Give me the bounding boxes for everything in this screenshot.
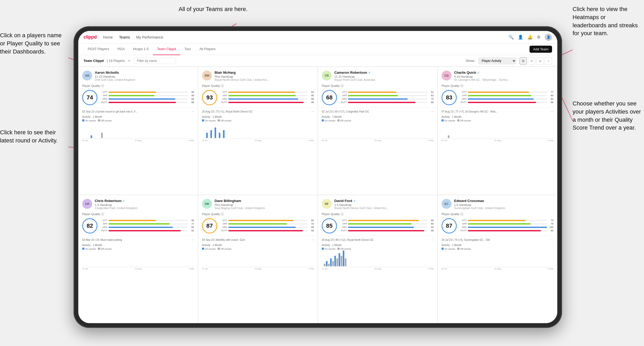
- player-name[interactable]: Cameron Robertson ✓: [334, 71, 434, 74]
- last-round[interactable]: 26 Aug 23 | 73 (+1), Royal North Devon G…: [202, 107, 314, 113]
- last-round-text: 02 Jul 23 | 59 (+17), Craigmillar Park G…: [322, 110, 430, 113]
- arrow-icon: →: [191, 110, 194, 113]
- quality-bars: OTT 77 APP 80 ARG 83 PUTT 8: [459, 91, 553, 104]
- activity-label: Activity · 1 Month: [442, 115, 553, 118]
- tab-tour[interactable]: Tour: [180, 44, 195, 55]
- player-handicap: Plus Handicap: [215, 203, 314, 206]
- player-card[interactable]: AN Aaron Nicholls 11-15 Handicap Drift G…: [79, 67, 198, 195]
- player-handicap: 11-15 Handicap: [334, 75, 434, 78]
- notification-icon[interactable]: 🔔: [527, 35, 533, 40]
- activity-label: Activity · 1 Month: [442, 244, 553, 247]
- settings-icon[interactable]: ⚙: [537, 35, 541, 40]
- search-icon[interactable]: 🔍: [508, 35, 514, 40]
- quality-score[interactable]: 74: [82, 90, 97, 105]
- player-name[interactable]: Edward Crossman: [454, 199, 553, 203]
- tab-team-clippd[interactable]: Team Clippd: [153, 44, 180, 55]
- player-name[interactable]: Chris Robertson ✓: [95, 199, 194, 203]
- quality-label[interactable]: Player Quality ⓘ: [82, 212, 194, 216]
- tab-all-players[interactable]: All Players: [195, 44, 220, 55]
- arrow-icon: →: [191, 238, 194, 242]
- player-card[interactable]: DF David Ford ✓ 1-5 Handicap Royal North…: [318, 195, 437, 323]
- player-avatar: BM: [202, 71, 212, 81]
- last-round[interactable]: 04 Sep 23 | Mobility with coach, Gym →: [202, 236, 314, 242]
- list-view-button[interactable]: ≡: [528, 57, 535, 65]
- player-card[interactable]: CR Chris Robertson ✓ 1-5 Handicap Craigm…: [79, 195, 198, 323]
- stat-bar-row: ARG 83: [459, 98, 553, 100]
- last-round[interactable]: 02 Sep 23 | Sunset round to get back int…: [82, 107, 194, 113]
- quality-score[interactable]: 68: [322, 90, 337, 105]
- last-round[interactable]: 19 Jul 23 | 74 (+4), Sunningdale GC - Ol…: [442, 236, 553, 242]
- player-card[interactable]: CQ Charlie Quick ✓ 6-10 Handicap St. Geo…: [438, 67, 557, 195]
- activity-label: Activity · 1 Month: [82, 244, 194, 247]
- show-select[interactable]: Player Activity Quality Score Trend: [478, 57, 516, 64]
- nav-teams[interactable]: Teams: [119, 34, 130, 40]
- quality-score[interactable]: 85: [322, 218, 337, 233]
- activity-legend: On course Off course: [442, 248, 553, 250]
- last-round[interactable]: 03 Mar 23 | 19, Must make putting →: [82, 236, 194, 242]
- add-team-button[interactable]: Add Team: [529, 46, 552, 53]
- annotation-activity: Choose whether you see your players Acti…: [573, 100, 644, 132]
- player-name[interactable]: Dave Billingham: [215, 199, 314, 203]
- quality-bars: OTT 61 APP 63 ARG 75 PUTT 8: [340, 91, 434, 104]
- view-icons: ⊞ ≡ ⊿ ↕: [520, 57, 552, 65]
- nav-performance[interactable]: My Performance: [136, 34, 163, 40]
- team-name: Team Clippd: [84, 59, 104, 63]
- stat-bar-row: APP 77: [100, 222, 194, 225]
- player-card[interactable]: CR Cameron Robertson ✓ 11-15 Handicap Ro…: [318, 67, 437, 195]
- chart-dates: 31 Jul21 Aug4 Sep: [442, 139, 553, 142]
- quality-label[interactable]: Player Quality ⓘ: [322, 84, 434, 88]
- activity-section: Activity · 1 Month On course Off course …: [202, 115, 314, 142]
- quality-bars: OTT 84 APP 85 ARG 88 PUTT 9: [220, 91, 314, 104]
- activity-chart: [202, 123, 314, 139]
- tab-pga[interactable]: PGA: [113, 44, 129, 55]
- stat-bar-row: OTT 89: [340, 219, 434, 222]
- quality-score[interactable]: 82: [82, 218, 97, 233]
- chart-dates: 31 Jul21 Aug4 Sep: [82, 139, 194, 142]
- edit-icon[interactable]: ✏: [128, 59, 131, 63]
- chart-dates: 31 Jul21 Aug4 Sep: [82, 268, 194, 270]
- filter-input[interactable]: [134, 58, 176, 64]
- quality-score[interactable]: 83: [442, 90, 457, 105]
- last-round[interactable]: 07 Aug 23 | 77 (+7), St George's Hill GC…: [442, 107, 553, 113]
- quality-label[interactable]: Player Quality ⓘ: [442, 212, 553, 216]
- stat-bar-row: PUTT 85: [100, 101, 194, 104]
- player-name[interactable]: Charlie Quick ✓: [454, 71, 553, 74]
- player-card[interactable]: DB Dave Billingham Plus Handicap Sog Mag…: [198, 195, 318, 323]
- activity-section: Activity · 1 Month On course Off course …: [442, 244, 553, 270]
- arrow-icon: →: [550, 110, 553, 113]
- player-name[interactable]: Aaron Nicholls: [95, 71, 194, 74]
- stat-bar-row: OTT 61: [340, 91, 434, 93]
- last-round[interactable]: 26 Aug 23 | 84 (+12), Royal North Devon …: [322, 236, 434, 242]
- filter-view-button[interactable]: ⊿: [536, 57, 544, 65]
- player-club: Drift Golf Club, United Kingdom: [95, 78, 194, 81]
- quality-score[interactable]: 87: [442, 218, 457, 233]
- activity-legend: On course Off course: [442, 119, 553, 122]
- quality-score[interactable]: 93: [202, 90, 217, 105]
- stat-bar-row: PUTT 96: [340, 229, 434, 232]
- last-round-text: 02 Sep 23 | Sunset round to get back int…: [82, 110, 191, 113]
- quality-label[interactable]: Player Quality ⓘ: [82, 84, 194, 88]
- quality-label[interactable]: Player Quality ⓘ: [322, 212, 434, 216]
- annotation-teams: All of your Teams are here.: [179, 5, 248, 13]
- last-round[interactable]: 02 Jul 23 | 59 (+17), Craigmillar Park G…: [322, 107, 434, 113]
- stat-bar-row: APP 63: [340, 94, 434, 97]
- profile-icon[interactable]: 👤: [518, 35, 523, 40]
- player-name[interactable]: Blair McHarg: [215, 71, 314, 74]
- tab-pgat-players[interactable]: PGAT Players: [84, 44, 113, 55]
- quality-bars: OTT 60 APP 77 ARG 81 PUTT 9: [100, 219, 194, 233]
- quality-label[interactable]: Player Quality ⓘ: [202, 212, 314, 216]
- player-name[interactable]: David Ford ✓: [334, 199, 434, 203]
- grid-view-button[interactable]: ⊞: [520, 57, 527, 65]
- quality-label[interactable]: Player Quality ⓘ: [202, 84, 314, 88]
- quality-row: 87 OTT 82 APP 74 ARG 85 PUTT: [202, 218, 314, 233]
- tab-hcaps[interactable]: Hcaps 1-5: [129, 44, 153, 55]
- nav-home[interactable]: Home: [103, 34, 113, 40]
- stat-bar-row: ARG 83: [340, 226, 434, 228]
- quality-label[interactable]: Player Quality ⓘ: [442, 84, 553, 88]
- sort-view-button[interactable]: ↕: [545, 57, 552, 65]
- player-card[interactable]: BM Blair McHarg Plus Handicap Royal Nort…: [198, 67, 318, 195]
- player-card[interactable]: EC Edward Crossman 1-5 Handicap Sunningd…: [438, 195, 557, 323]
- quality-score[interactable]: 87: [202, 218, 217, 233]
- avatar[interactable]: 👤: [545, 34, 552, 41]
- activity-chart: [322, 251, 434, 267]
